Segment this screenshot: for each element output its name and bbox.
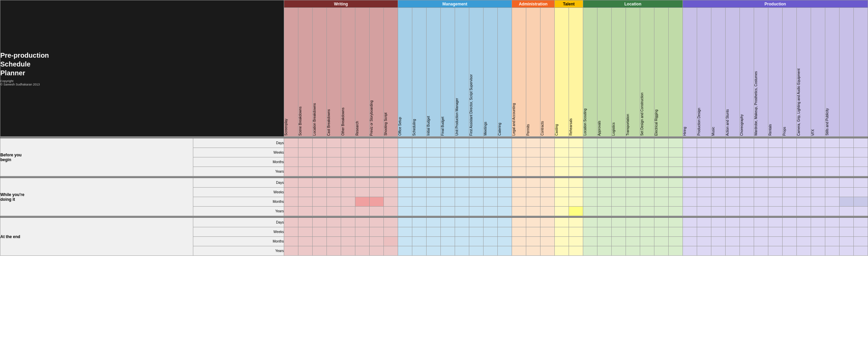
dc-ww-20[interactable] [555,188,569,197]
dc-bw-29[interactable] [683,148,697,157]
dc-bw-24[interactable] [612,148,626,157]
dc-ey-18[interactable] [526,246,540,256]
dc-bm-9[interactable] [398,157,412,167]
dc-by-14[interactable] [469,167,484,176]
dc-ed-5[interactable] [341,218,355,227]
dc-em-10[interactable] [412,237,427,246]
dc-wm-8[interactable] [384,197,398,207]
dc-ed-3[interactable] [313,218,327,227]
dc-em-25[interactable] [626,237,640,246]
dc-ww-32[interactable] [726,188,740,197]
dc-wd-29[interactable] [683,178,697,188]
dc-wd-27[interactable] [654,178,669,188]
dc-wm-12[interactable] [441,197,455,207]
dc-ey-31[interactable] [711,246,726,256]
dc-bm-41[interactable] [854,157,868,167]
dc-ed-30[interactable] [697,218,711,227]
dc-ww-23[interactable] [597,188,612,197]
dc-ey-32[interactable] [726,246,740,256]
dc-wd-15[interactable] [484,178,498,188]
dc-ed-35[interactable] [768,218,783,227]
dc-wd-18[interactable] [526,178,540,188]
dc-by-33[interactable] [740,167,754,176]
dc-ed-34[interactable] [754,218,768,227]
dc-bm-37[interactable] [797,157,811,167]
dc-bw-20[interactable] [555,148,569,157]
dc-ww-3[interactable] [313,188,327,197]
dc-wy-8[interactable] [384,207,398,216]
dc-by-31[interactable] [711,167,726,176]
dc-bm-20[interactable] [555,157,569,167]
dc-bm-10[interactable] [412,157,427,167]
dc-ew-15[interactable] [484,227,498,237]
dc-bw-3[interactable] [313,148,327,157]
dc-bw-30[interactable] [697,148,711,157]
dc-em-17[interactable] [512,237,526,246]
dc-by-30[interactable] [697,167,711,176]
dc-ed-24[interactable] [612,218,626,227]
dc-bm-7[interactable] [370,157,384,167]
dc-ed-41[interactable] [854,218,868,227]
dc-ey-25[interactable] [626,246,640,256]
dc-ew-20[interactable] [555,227,569,237]
dc-ww-33[interactable] [740,188,754,197]
dc-by-27[interactable] [654,167,669,176]
dc-wy-27[interactable] [654,207,669,216]
dc-ed-33[interactable] [740,218,754,227]
dc-ey-14[interactable] [469,246,484,256]
dc-bm-39[interactable] [825,157,840,167]
dc-before-days-35[interactable] [768,138,783,148]
dc-ww-5[interactable] [341,188,355,197]
dc-em-3[interactable] [313,237,327,246]
dc-before-days-1[interactable] [284,138,298,148]
dc-wm-6[interactable] [355,197,370,207]
dc-wm-32[interactable] [726,197,740,207]
dc-bw-6[interactable] [355,148,370,157]
dc-ww-24[interactable] [612,188,626,197]
dc-wd-4[interactable] [327,178,341,188]
dc-ey-1[interactable] [284,246,298,256]
dc-before-days-31[interactable] [711,138,726,148]
dc-before-days-27[interactable] [654,138,669,148]
dc-bw-14[interactable] [469,148,484,157]
dc-ed-40[interactable] [840,218,854,227]
dc-ey-6[interactable] [355,246,370,256]
dc-bm-24[interactable] [612,157,626,167]
dc-ww-12[interactable] [441,188,455,197]
dc-ww-9[interactable] [398,188,412,197]
dc-ww-29[interactable] [683,188,697,197]
dc-wm-21[interactable] [569,197,583,207]
dc-wy-14[interactable] [469,207,484,216]
dc-bw-25[interactable] [626,148,640,157]
dc-wy-29[interactable] [683,207,697,216]
dc-wm-31[interactable] [711,197,726,207]
dc-ew-8[interactable] [384,227,398,237]
dc-wd-31[interactable] [711,178,726,188]
dc-bw-2[interactable] [298,148,313,157]
dc-before-days-39[interactable] [825,138,840,148]
dc-em-31[interactable] [711,237,726,246]
dc-before-days-33[interactable] [740,138,754,148]
dc-ew-34[interactable] [754,227,768,237]
dc-wd-20[interactable] [555,178,569,188]
dc-by-2[interactable] [298,167,313,176]
dc-ww-21[interactable] [569,188,583,197]
dc-ey-34[interactable] [754,246,768,256]
dc-wd-41[interactable] [854,178,868,188]
dc-wy-9[interactable] [398,207,412,216]
dc-em-4[interactable] [327,237,341,246]
dc-ed-23[interactable] [597,218,612,227]
dc-ey-28[interactable] [669,246,683,256]
dc-ww-16[interactable] [498,188,512,197]
dc-ed-27[interactable] [654,218,669,227]
dc-bw-22[interactable] [583,148,597,157]
dc-ew-13[interactable] [455,227,469,237]
dc-bw-26[interactable] [640,148,654,157]
dc-ed-18[interactable] [526,218,540,227]
dc-em-38[interactable] [811,237,825,246]
dc-ed-14[interactable] [469,218,484,227]
dc-wy-25[interactable] [626,207,640,216]
dc-bw-28[interactable] [669,148,683,157]
dc-bw-33[interactable] [740,148,754,157]
dc-by-39[interactable] [825,167,840,176]
